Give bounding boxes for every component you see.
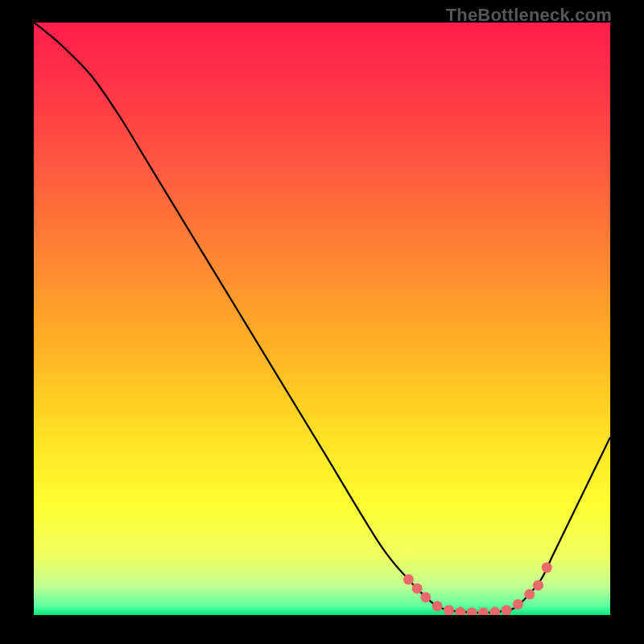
marker-dot	[444, 605, 454, 615]
marker-dot	[533, 580, 543, 591]
marker-dot	[432, 601, 443, 611]
marker-dot	[513, 599, 523, 609]
marker-dot	[403, 574, 414, 584]
marker-dot	[524, 589, 535, 600]
marker-dot	[420, 592, 431, 602]
chart-background-gradient	[34, 23, 610, 615]
marker-dot	[542, 563, 552, 573]
marker-dot	[412, 583, 423, 593]
chart-svg	[34, 23, 610, 615]
marker-dot	[502, 605, 512, 615]
chart-plot	[34, 23, 610, 615]
